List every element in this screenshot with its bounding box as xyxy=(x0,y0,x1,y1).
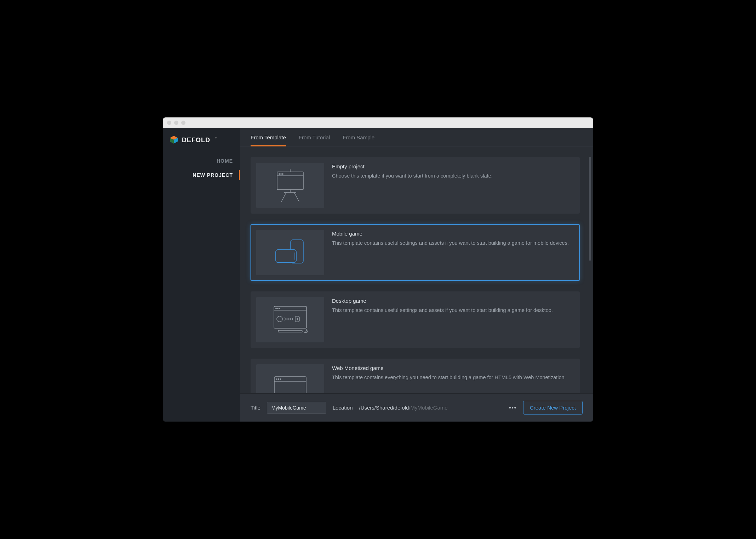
footer-bar: Title Location /Users/Shared/defold/MyMo… xyxy=(240,393,593,422)
create-project-button[interactable]: Create New Project xyxy=(523,401,583,415)
tab-from-sample[interactable]: From Sample xyxy=(343,134,374,146)
svg-point-21 xyxy=(277,308,278,309)
template-card[interactable]: Empty projectChoose this template if you… xyxy=(251,157,580,214)
trademark-icon: ™ xyxy=(214,137,218,140)
svg-point-25 xyxy=(290,319,291,319)
sidebar-item-new-project[interactable]: NEW PROJECT xyxy=(163,168,240,182)
window-controls xyxy=(167,121,185,125)
template-description: This template contains useful settings a… xyxy=(332,307,553,314)
template-description: This template contains useful settings a… xyxy=(332,239,569,247)
location-label: Location xyxy=(333,405,353,411)
svg-rect-19 xyxy=(274,306,307,328)
close-window-icon[interactable] xyxy=(167,121,171,125)
svg-point-24 xyxy=(288,319,288,319)
minimize-window-icon[interactable] xyxy=(174,121,178,125)
location-path: /Users/Shared/defold/MyMobileGame xyxy=(359,405,448,411)
svg-point-7 xyxy=(282,174,283,174)
titlebar xyxy=(163,117,593,128)
svg-point-29 xyxy=(297,319,298,320)
svg-rect-27 xyxy=(295,316,299,322)
svg-point-28 xyxy=(297,318,298,319)
sidebar-item-home[interactable]: HOME xyxy=(163,154,240,168)
svg-point-26 xyxy=(292,319,293,319)
svg-rect-15 xyxy=(276,250,296,262)
svg-point-5 xyxy=(279,174,280,174)
more-options-button[interactable]: ••• xyxy=(509,405,517,411)
tab-bar: From TemplateFrom TutorialFrom Sample xyxy=(240,128,593,146)
main-content: From TemplateFrom TutorialFrom Sample Em… xyxy=(240,128,593,422)
template-card[interactable]: Web Monetized gameThis template contains… xyxy=(251,359,580,393)
monitor-icon xyxy=(256,297,324,342)
template-card[interactable]: Desktop gameThis template contains usefu… xyxy=(251,291,580,348)
svg-point-32 xyxy=(276,379,277,379)
scrollbar-thumb[interactable] xyxy=(589,157,591,261)
scrollbar-track[interactable] xyxy=(588,146,593,393)
browser-icon xyxy=(256,364,324,393)
maximize-window-icon[interactable] xyxy=(181,121,185,125)
brand-name: DEFOLD xyxy=(182,137,210,144)
template-card[interactable]: Mobile gameThis template contains useful… xyxy=(251,224,580,281)
svg-point-22 xyxy=(279,308,280,309)
template-title: Desktop game xyxy=(332,298,553,304)
location-suffix: /MyMobileGame xyxy=(409,405,447,411)
svg-point-20 xyxy=(276,308,276,309)
svg-point-34 xyxy=(280,379,281,379)
easel-icon xyxy=(256,163,324,208)
title-label: Title xyxy=(251,405,260,411)
defold-logo-icon xyxy=(169,135,178,145)
template-list: Empty projectChoose this template if you… xyxy=(240,146,588,393)
sidebar-nav: HOMENEW PROJECT xyxy=(163,154,240,182)
svg-point-33 xyxy=(278,379,279,379)
template-description: This template contains everything you ne… xyxy=(332,374,565,382)
brand-logo: DEFOLD ™ xyxy=(163,133,240,154)
project-title-input[interactable] xyxy=(267,402,326,414)
devices-icon xyxy=(256,230,324,275)
tab-from-tutorial[interactable]: From Tutorial xyxy=(299,134,330,146)
sidebar: DEFOLD ™ HOMENEW PROJECT xyxy=(163,128,240,422)
app-window: DEFOLD ™ HOMENEW PROJECT From TemplateFr… xyxy=(163,117,593,422)
svg-rect-30 xyxy=(278,330,302,332)
svg-point-6 xyxy=(281,174,281,174)
location-base: /Users/Shared/defold xyxy=(359,405,409,411)
tab-from-template[interactable]: From Template xyxy=(251,134,286,146)
template-title: Web Monetized game xyxy=(332,365,565,371)
template-description: Choose this template if you want to star… xyxy=(332,172,493,180)
template-title: Empty project xyxy=(332,163,493,169)
template-title: Mobile game xyxy=(332,231,569,237)
svg-line-13 xyxy=(294,192,299,202)
svg-line-12 xyxy=(281,192,286,202)
